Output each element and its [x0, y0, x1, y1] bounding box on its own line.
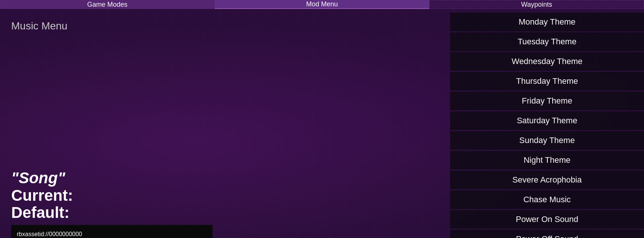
song-list-item-thursday-theme[interactable]: Thursday Theme [450, 72, 644, 91]
nav-item-mod-menu[interactable]: Mod Menu [215, 0, 430, 9]
song-list-item-night-theme[interactable]: Night Theme [450, 151, 644, 170]
song-list-item-friday-theme[interactable]: Friday Theme [450, 92, 644, 111]
nav-item-waypoints[interactable]: Waypoints [429, 0, 644, 9]
song-list-item-power-on-sound[interactable]: Power On Sound [450, 210, 644, 229]
nav-item-game-modes[interactable]: Game Modes [0, 0, 215, 9]
song-list-item-sunday-theme[interactable]: Sunday Theme [450, 131, 644, 150]
song-list-item-power-off-sound[interactable]: Power Off Sound [450, 230, 644, 238]
navigation-bar: Game Modes Mod Menu Waypoints [0, 0, 644, 9]
page-title: Music Menu [11, 20, 439, 32]
input-group: rbxassetid://0000000000 Go back to: "rbx… [11, 225, 213, 238]
song-info-block: "Song" Current: Default: rbxassetid://00… [11, 169, 213, 238]
song-list-item-wednesday-theme[interactable]: Wednesday Theme [450, 52, 644, 71]
song-list-item-chase-music[interactable]: Chase Music [450, 190, 644, 209]
content-area: Music Menu "Song" Current: Default: rbxa… [0, 9, 644, 238]
song-current-label: Current: [11, 187, 213, 204]
current-asset-input[interactable]: rbxassetid://0000000000 [11, 225, 213, 238]
song-list-item-tuesday-theme[interactable]: Tuesday Theme [450, 32, 644, 51]
song-default-label: Default: [11, 204, 213, 221]
main-container: Game Modes Mod Menu Waypoints Music Menu… [0, 0, 644, 238]
song-list-item-monday-theme[interactable]: Monday Theme [450, 13, 644, 32]
song-label: "Song" [11, 169, 213, 187]
song-list-item-severe-acrophobia[interactable]: Severe Acrophobia [450, 171, 644, 190]
song-list-panel: Monday ThemeTuesday ThemeWednesday Theme… [450, 9, 644, 238]
song-list-item-saturday-theme[interactable]: Saturday Theme [450, 111, 644, 130]
left-panel: Music Menu "Song" Current: Default: rbxa… [0, 9, 450, 238]
